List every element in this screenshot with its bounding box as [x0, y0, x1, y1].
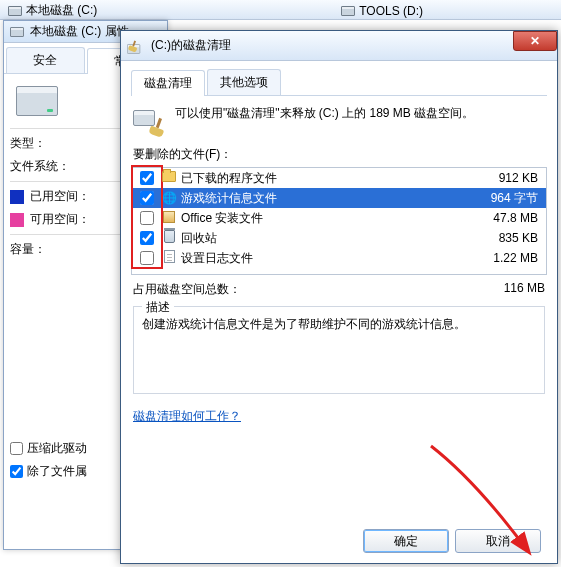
free-swatch — [10, 213, 24, 227]
package-icon — [163, 211, 175, 223]
how-does-it-work-link[interactable]: 磁盘清理如何工作？ — [133, 408, 241, 425]
file-size: 47.8 MB — [462, 211, 542, 225]
capacity-label: 容量： — [10, 241, 46, 258]
file-size: 1.22 MB — [462, 251, 542, 265]
folder-icon — [162, 171, 176, 182]
document-icon — [164, 250, 175, 263]
free-label: 可用空间： — [30, 211, 90, 228]
file-checkbox[interactable] — [140, 251, 154, 265]
total-value: 116 MB — [465, 281, 545, 298]
used-swatch — [10, 190, 24, 204]
drive-icon — [8, 6, 22, 16]
used-label: 已用空间： — [30, 188, 90, 205]
disk-cleanup-title: (C:)的磁盘清理 — [151, 37, 231, 54]
file-name: 已下载的程序文件 — [181, 170, 458, 187]
index-checkbox[interactable] — [10, 465, 23, 478]
close-icon: ✕ — [530, 34, 540, 48]
disk-cleanup-titlebar[interactable]: (C:)的磁盘清理 ✕ — [121, 31, 557, 61]
intro-row: 可以使用"磁盘清理"来释放 (C:) 上的 189 MB 磁盘空间。 — [133, 104, 545, 136]
index-label: 除了文件属 — [27, 463, 87, 480]
file-size: 964 字节 — [462, 190, 542, 207]
files-list[interactable]: 已下载的程序文件912 KB🌐游戏统计信息文件964 字节Office 安装文件… — [131, 167, 547, 275]
disk-cleanup-icon — [133, 104, 165, 136]
cancel-button[interactable]: 取消 — [455, 529, 541, 553]
total-label: 占用磁盘空间总数： — [133, 281, 465, 298]
drive-icon — [341, 6, 355, 16]
disk-cleanup-window: (C:)的磁盘清理 ✕ 磁盘清理 其他选项 可以使用"磁盘清理"来释放 (C:)… — [120, 30, 558, 564]
intro-text: 可以使用"磁盘清理"来释放 (C:) 上的 189 MB 磁盘空间。 — [175, 104, 545, 136]
file-checkbox[interactable] — [140, 231, 154, 245]
tab-more-options[interactable]: 其他选项 — [207, 69, 281, 95]
properties-title: 本地磁盘 (C:) 属性 — [30, 23, 129, 40]
file-name: Office 安装文件 — [181, 210, 458, 227]
description-group: 描述 创建游戏统计信息文件是为了帮助维护不同的游戏统计信息。 — [133, 306, 545, 394]
dialog-buttons: 确定 取消 — [363, 529, 541, 553]
file-name: 游戏统计信息文件 — [181, 190, 458, 207]
file-size: 835 KB — [462, 231, 542, 245]
file-checkbox[interactable] — [140, 191, 154, 205]
tab-disk-cleanup[interactable]: 磁盘清理 — [131, 70, 205, 96]
close-button[interactable]: ✕ — [513, 31, 557, 51]
filesystem-label: 文件系统： — [10, 158, 70, 175]
ok-button[interactable]: 确定 — [363, 529, 449, 553]
tab-security[interactable]: 安全 — [6, 47, 85, 73]
file-name: 设置日志文件 — [181, 250, 458, 267]
total-row: 占用磁盘空间总数： 116 MB — [133, 281, 545, 298]
drive-d-label: TOOLS (D:) — [359, 4, 423, 18]
compress-checkbox[interactable] — [10, 442, 23, 455]
recycle-bin-icon — [164, 230, 175, 243]
globe-icon: 🌐 — [162, 191, 177, 205]
drive-c-crumb[interactable]: 本地磁盘 (C:) — [0, 0, 105, 21]
file-checkbox[interactable] — [140, 171, 154, 185]
file-checkbox[interactable] — [140, 211, 154, 225]
list-item[interactable]: 🌐游戏统计信息文件964 字节 — [132, 188, 546, 208]
disk-cleanup-tabs: 磁盘清理 其他选项 — [131, 69, 547, 96]
list-item[interactable]: 已下载的程序文件912 KB — [132, 168, 546, 188]
drive-c-label: 本地磁盘 (C:) — [26, 2, 97, 19]
compress-label: 压缩此驱动 — [27, 440, 87, 457]
disk-cleanup-icon — [127, 40, 138, 51]
drive-icon — [10, 27, 24, 37]
files-to-delete-label: 要删除的文件(F)： — [133, 146, 545, 163]
type-label: 类型： — [10, 135, 46, 152]
file-name: 回收站 — [181, 230, 458, 247]
description-legend: 描述 — [142, 299, 174, 316]
list-item[interactable]: 回收站835 KB — [132, 228, 546, 248]
drive-d-crumb[interactable]: TOOLS (D:) — [333, 2, 431, 20]
drive-large-icon — [16, 86, 58, 116]
list-item[interactable]: Office 安装文件47.8 MB — [132, 208, 546, 228]
description-text: 创建游戏统计信息文件是为了帮助维护不同的游戏统计信息。 — [142, 315, 536, 333]
file-size: 912 KB — [462, 171, 542, 185]
explorer-toolbar: 本地磁盘 (C:) TOOLS (D:) — [0, 0, 561, 20]
list-item[interactable]: 设置日志文件1.22 MB — [132, 248, 546, 268]
